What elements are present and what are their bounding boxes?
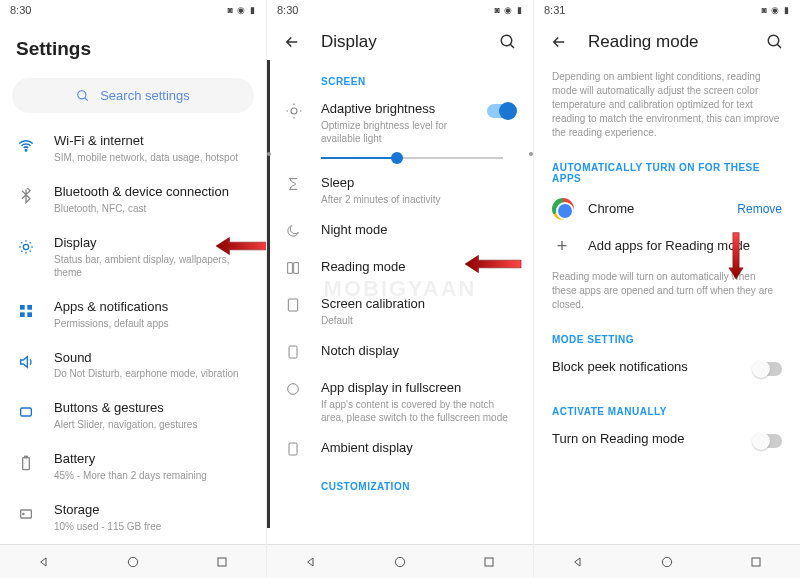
settings-item-security[interactable]: Security & lock screenFingerprint, Face … bbox=[0, 543, 266, 544]
svg-rect-11 bbox=[25, 457, 28, 458]
svg-point-23 bbox=[288, 383, 299, 394]
block-peek-toggle[interactable] bbox=[754, 362, 782, 376]
svg-line-1 bbox=[85, 97, 88, 100]
svg-line-28 bbox=[777, 44, 781, 48]
svg-line-18 bbox=[510, 44, 514, 48]
nav-bar bbox=[267, 544, 533, 578]
section-header-auto: AUTOMATICALLY TURN ON FOR THESE APPS bbox=[534, 150, 800, 190]
fullscreen-icon bbox=[285, 381, 305, 401]
nav-bar bbox=[534, 544, 800, 578]
page-title: Display bbox=[321, 32, 377, 52]
storage-icon bbox=[16, 504, 36, 524]
section-header-custom: CUSTOMIZATION bbox=[267, 469, 533, 498]
wifi-icon bbox=[16, 135, 36, 155]
nav-home-icon[interactable] bbox=[392, 554, 408, 570]
svg-rect-9 bbox=[21, 408, 32, 416]
nav-recent-icon[interactable] bbox=[748, 554, 764, 570]
search-icon[interactable] bbox=[766, 33, 784, 51]
search-icon bbox=[76, 89, 90, 103]
nav-recent-icon[interactable] bbox=[481, 554, 497, 570]
header: Reading mode bbox=[534, 20, 800, 64]
svg-point-0 bbox=[78, 90, 86, 98]
svg-rect-8 bbox=[27, 312, 32, 317]
nav-home-icon[interactable] bbox=[659, 554, 675, 570]
nav-back-icon[interactable] bbox=[570, 554, 586, 570]
svg-point-17 bbox=[501, 35, 512, 46]
svg-point-15 bbox=[128, 557, 137, 566]
display-icon bbox=[16, 237, 36, 257]
apps-icon bbox=[16, 301, 36, 321]
chrome-app-row[interactable]: Chrome Remove bbox=[534, 190, 800, 228]
settings-item-wifi[interactable]: Wi-Fi & internetSIM, mobile network, dat… bbox=[0, 123, 266, 174]
section-header-activate: ACTIVATE MANUALLY bbox=[534, 394, 800, 423]
auto-description: Reading mode will turn on automatically … bbox=[534, 264, 800, 322]
svg-rect-10 bbox=[23, 458, 30, 470]
book-icon bbox=[285, 260, 305, 280]
settings-item-display[interactable]: DisplayStatus bar, ambient display, wall… bbox=[0, 225, 266, 289]
settings-item-bluetooth[interactable]: Bluetooth & device connectionBluetooth, … bbox=[0, 174, 266, 225]
screen-calibration-row[interactable]: Screen calibrationDefault bbox=[267, 288, 533, 335]
settings-item-sound[interactable]: SoundDo Not Disturb, earphone mode, vibr… bbox=[0, 340, 266, 391]
svg-rect-22 bbox=[289, 346, 297, 358]
svg-rect-21 bbox=[288, 299, 297, 311]
status-bar: 8:30◙ ◉ ▮ bbox=[0, 0, 266, 20]
notch-display-row[interactable]: Notch display bbox=[267, 335, 533, 372]
reading-mode-row[interactable]: Reading mode bbox=[267, 251, 533, 288]
nav-recent-icon[interactable] bbox=[214, 554, 230, 570]
search-input[interactable]: Search settings bbox=[12, 78, 254, 113]
svg-rect-31 bbox=[752, 558, 760, 566]
status-bar: 8:30◙ ◉ ▮ bbox=[267, 0, 533, 20]
adaptive-toggle[interactable] bbox=[487, 104, 515, 118]
adaptive-brightness-row[interactable]: Adaptive brightnessOptimize brightness l… bbox=[267, 93, 533, 153]
header: Display bbox=[267, 20, 533, 64]
svg-rect-7 bbox=[20, 312, 25, 317]
svg-rect-24 bbox=[289, 443, 297, 455]
svg-rect-16 bbox=[218, 558, 226, 566]
back-icon[interactable] bbox=[550, 33, 568, 51]
nav-bar bbox=[0, 544, 266, 578]
sound-icon bbox=[16, 352, 36, 372]
ambient-display-row[interactable]: Ambient display bbox=[267, 432, 533, 469]
search-icon[interactable] bbox=[499, 33, 517, 51]
add-apps-row[interactable]: + Add apps for Reading mode bbox=[534, 228, 800, 264]
night-mode-row[interactable]: Night mode bbox=[267, 214, 533, 251]
description-text: Depending on ambient light conditions, r… bbox=[534, 64, 800, 150]
nav-back-icon[interactable] bbox=[36, 554, 52, 570]
settings-item-storage[interactable]: Storage10% used - 115 GB free bbox=[0, 492, 266, 543]
calibration-icon bbox=[285, 297, 305, 317]
brightness-icon bbox=[285, 102, 305, 122]
sleep-icon bbox=[285, 176, 305, 196]
block-peek-row[interactable]: Block peek notifications bbox=[534, 351, 800, 384]
back-icon[interactable] bbox=[283, 33, 301, 51]
svg-rect-6 bbox=[27, 305, 32, 310]
battery-icon bbox=[16, 453, 36, 473]
ambient-icon bbox=[285, 441, 305, 461]
settings-item-battery[interactable]: Battery45% - More than 2 days remaining bbox=[0, 441, 266, 492]
bluetooth-icon bbox=[16, 186, 36, 206]
turn-on-row[interactable]: Turn on Reading mode bbox=[534, 423, 800, 456]
notch-icon bbox=[285, 344, 305, 364]
moon-icon bbox=[285, 223, 305, 243]
svg-point-30 bbox=[662, 557, 671, 566]
chrome-icon bbox=[552, 198, 574, 220]
turn-on-toggle[interactable] bbox=[754, 434, 782, 448]
brightness-slider[interactable] bbox=[267, 153, 533, 167]
page-title: Settings bbox=[0, 20, 266, 74]
svg-rect-5 bbox=[20, 305, 25, 310]
settings-item-apps[interactable]: Apps & notificationsPermissions, default… bbox=[0, 289, 266, 340]
remove-button[interactable]: Remove bbox=[737, 202, 782, 216]
svg-rect-26 bbox=[485, 558, 493, 566]
svg-point-19 bbox=[291, 108, 297, 114]
nav-home-icon[interactable] bbox=[125, 554, 141, 570]
svg-point-25 bbox=[395, 557, 404, 566]
section-header-mode: MODE SETTING bbox=[534, 322, 800, 351]
nav-back-icon[interactable] bbox=[303, 554, 319, 570]
sleep-row[interactable]: SleepAfter 2 minutes of inactivity bbox=[267, 167, 533, 214]
page-title: Reading mode bbox=[588, 32, 699, 52]
fullscreen-row[interactable]: App display in fullscreenIf app's conten… bbox=[267, 372, 533, 432]
svg-point-27 bbox=[768, 35, 779, 46]
svg-point-2 bbox=[25, 150, 27, 152]
settings-item-buttons[interactable]: Buttons & gesturesAlert Slider, navigati… bbox=[0, 390, 266, 441]
status-bar: 8:31◙ ◉ ▮ bbox=[534, 0, 800, 20]
section-header-screen: SCREEN bbox=[267, 64, 533, 93]
